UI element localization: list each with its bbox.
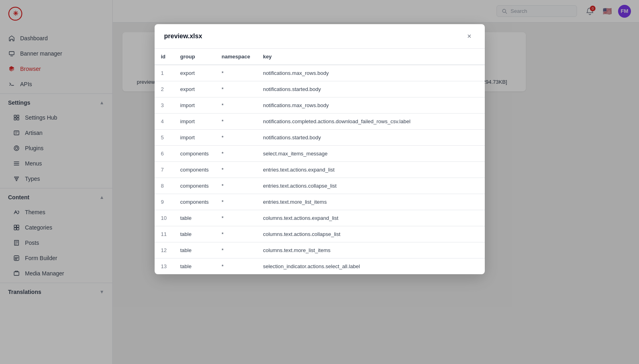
cell-id: 2 xyxy=(155,81,174,97)
cell-group: import xyxy=(174,114,215,130)
cell-group: table xyxy=(174,242,215,259)
cell-namespace: * xyxy=(215,146,256,162)
cell-key: entries.text.more_list_items xyxy=(256,194,484,210)
preview-table: id group namespace key 1 export * notifi… xyxy=(155,49,485,274)
cell-namespace: * xyxy=(215,81,256,97)
cell-id: 8 xyxy=(155,178,174,194)
table-row: 3 import * notifications.max_rows.body xyxy=(155,97,485,114)
cell-namespace: * xyxy=(215,259,256,275)
cell-id: 12 xyxy=(155,242,174,259)
cell-group: export xyxy=(174,65,215,81)
cell-id: 4 xyxy=(155,114,174,130)
table-row: 7 components * entries.text.actions.expa… xyxy=(155,162,485,178)
table-row: 11 table * columns.text.actions.collapse… xyxy=(155,226,485,242)
cell-namespace: * xyxy=(215,162,256,178)
cell-key: columns.text.more_list_items xyxy=(256,242,484,259)
cell-key: notifications.max_rows.body xyxy=(256,65,484,81)
modal-body: id group namespace key 1 export * notifi… xyxy=(155,49,485,274)
table-row: 2 export * notifications.started.body xyxy=(155,81,485,97)
cell-id: 3 xyxy=(155,97,174,114)
cell-namespace: * xyxy=(215,210,256,226)
cell-namespace: * xyxy=(215,194,256,210)
table-row: 13 table * selection_indicator.actions.s… xyxy=(155,259,485,275)
modal-overlay[interactable]: preview.xlsx × id group namespace key 1 … xyxy=(0,0,639,364)
cell-key: columns.text.actions.expand_list xyxy=(256,210,484,226)
close-icon: × xyxy=(467,32,471,41)
modal-title: preview.xlsx xyxy=(164,33,203,40)
cell-key: selection_indicator.actions.select_all.l… xyxy=(256,259,484,275)
modal-header: preview.xlsx × xyxy=(155,24,485,49)
table-body: 1 export * notifications.max_rows.body 2… xyxy=(155,65,485,274)
cell-key: columns.text.actions.collapse_list xyxy=(256,226,484,242)
cell-key: notifications.max_rows.body xyxy=(256,97,484,114)
col-header-namespace: namespace xyxy=(215,49,256,65)
preview-xlsx-modal: preview.xlsx × id group namespace key 1 … xyxy=(155,24,485,274)
cell-key: notifications.started.body xyxy=(256,130,484,146)
table-row: 6 components * select.max_items_message xyxy=(155,146,485,162)
table-row: 12 table * columns.text.more_list_items xyxy=(155,242,485,259)
cell-namespace: * xyxy=(215,65,256,81)
cell-group: export xyxy=(174,81,215,97)
cell-id: 9 xyxy=(155,194,174,210)
table-header: id group namespace key xyxy=(155,49,485,65)
table-row: 1 export * notifications.max_rows.body xyxy=(155,65,485,81)
cell-id: 10 xyxy=(155,210,174,226)
cell-group: components xyxy=(174,194,215,210)
modal-close-button[interactable]: × xyxy=(464,31,475,42)
cell-namespace: * xyxy=(215,114,256,130)
cell-id: 13 xyxy=(155,259,174,275)
cell-namespace: * xyxy=(215,97,256,114)
cell-key: entries.text.actions.expand_list xyxy=(256,162,484,178)
cell-id: 1 xyxy=(155,65,174,81)
cell-key: entries.text.actions.collapse_list xyxy=(256,178,484,194)
cell-namespace: * xyxy=(215,130,256,146)
col-header-id: id xyxy=(155,49,174,65)
col-header-group: group xyxy=(174,49,215,65)
cell-id: 5 xyxy=(155,130,174,146)
cell-namespace: * xyxy=(215,242,256,259)
cell-id: 11 xyxy=(155,226,174,242)
cell-key: notifications.started.body xyxy=(256,81,484,97)
cell-group: components xyxy=(174,162,215,178)
table-row: 5 import * notifications.started.body xyxy=(155,130,485,146)
table-row: 10 table * columns.text.actions.expand_l… xyxy=(155,210,485,226)
cell-group: import xyxy=(174,97,215,114)
cell-group: table xyxy=(174,210,215,226)
table-row: 8 components * entries.text.actions.coll… xyxy=(155,178,485,194)
cell-group: components xyxy=(174,178,215,194)
cell-key: notifications.completed.actions.download… xyxy=(256,114,484,130)
table-row: 4 import * notifications.completed.actio… xyxy=(155,114,485,130)
cell-namespace: * xyxy=(215,178,256,194)
cell-id: 7 xyxy=(155,162,174,178)
cell-group: table xyxy=(174,259,215,275)
cell-key: select.max_items_message xyxy=(256,146,484,162)
cell-id: 6 xyxy=(155,146,174,162)
cell-group: components xyxy=(174,146,215,162)
cell-group: import xyxy=(174,130,215,146)
col-header-key: key xyxy=(256,49,484,65)
cell-namespace: * xyxy=(215,226,256,242)
cell-group: table xyxy=(174,226,215,242)
table-row: 9 components * entries.text.more_list_it… xyxy=(155,194,485,210)
